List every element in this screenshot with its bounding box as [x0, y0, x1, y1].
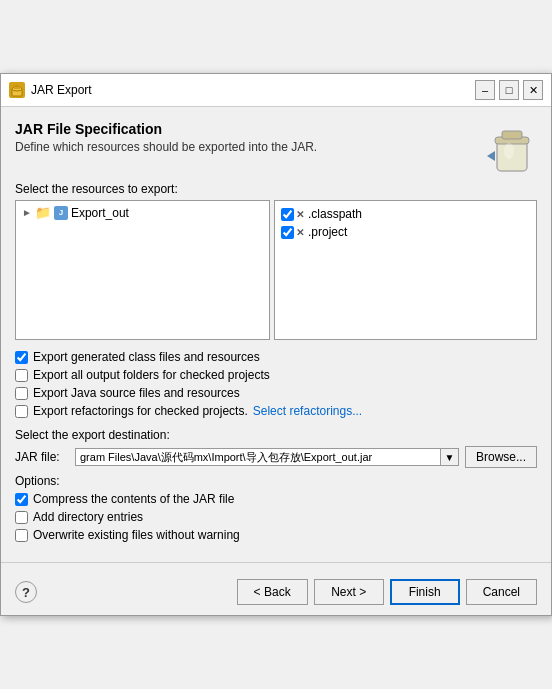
- svg-rect-2: [14, 87, 20, 89]
- svg-rect-6: [502, 131, 522, 139]
- destination-section: Select the export destination: JAR file:…: [15, 428, 537, 468]
- maximize-button[interactable]: □: [499, 80, 519, 100]
- file-item-classpath: ✕ .classpath: [281, 205, 530, 223]
- jar-icon: [487, 121, 537, 176]
- footer-left: ?: [15, 581, 37, 603]
- option-item-1: Compress the contents of the JAR file: [15, 490, 537, 508]
- project-x-icon: ✕: [296, 227, 304, 238]
- cancel-button[interactable]: Cancel: [466, 579, 537, 605]
- cb-output-folders[interactable]: [15, 369, 28, 382]
- resources-label: Select the resources to export:: [15, 182, 537, 196]
- opt-compress[interactable]: [15, 493, 28, 506]
- opt-directory[interactable]: [15, 511, 28, 524]
- project-icon: J: [54, 206, 68, 220]
- select-refactorings-link[interactable]: Select refactorings...: [253, 404, 362, 418]
- svg-point-7: [504, 143, 514, 159]
- next-button[interactable]: Next >: [314, 579, 384, 605]
- jar-export-window: JAR Export – □ ✕ JAR File Specification …: [0, 73, 552, 616]
- minimize-button[interactable]: –: [475, 80, 495, 100]
- cb-generated-class[interactable]: [15, 351, 28, 364]
- folder-icon: 📁: [35, 205, 51, 220]
- jar-file-dropdown-btn[interactable]: ▼: [440, 449, 458, 465]
- file-item-project: ✕ .project: [281, 223, 530, 241]
- options-section: Options: Compress the contents of the JA…: [15, 474, 537, 544]
- window-icon: [9, 82, 25, 98]
- browse-button[interactable]: Browse...: [465, 446, 537, 468]
- page-subtitle: Define which resources should be exporte…: [15, 140, 317, 154]
- opt-overwrite[interactable]: [15, 529, 28, 542]
- finish-button[interactable]: Finish: [390, 579, 460, 605]
- option-item-3: Overwrite existing files without warning: [15, 526, 537, 544]
- help-button[interactable]: ?: [15, 581, 37, 603]
- footer: ? < Back Next > Finish Cancel: [1, 571, 551, 615]
- window-title: JAR Export: [31, 83, 92, 97]
- cb-output-folders-label: Export all output folders for checked pr…: [33, 368, 270, 382]
- tree-item-label: Export_out: [71, 206, 129, 220]
- files-panel: ✕ .classpath ✕ .project: [274, 200, 537, 340]
- destination-label: Select the export destination:: [15, 428, 537, 442]
- back-button[interactable]: < Back: [237, 579, 308, 605]
- tree-panel-container: ► 📁 J Export_out ✕ .classpath ✕ .project: [15, 200, 537, 340]
- options-label: Options:: [15, 474, 537, 488]
- option-item-2: Add directory entries: [15, 508, 537, 526]
- cb-refactorings-label: Export refactorings for checked projects…: [33, 404, 248, 418]
- classpath-x-icon: ✕: [296, 209, 304, 220]
- close-button[interactable]: ✕: [523, 80, 543, 100]
- header-section: JAR File Specification Define which reso…: [15, 121, 537, 176]
- jar-file-label: JAR file:: [15, 450, 69, 464]
- checkbox-item-3: Export Java source files and resources: [15, 384, 537, 402]
- svg-marker-8: [487, 151, 495, 161]
- expand-arrow: ►: [22, 207, 32, 218]
- page-title: JAR File Specification: [15, 121, 317, 137]
- main-content: JAR File Specification Define which reso…: [1, 107, 551, 552]
- jar-file-combo: ▼: [75, 448, 459, 466]
- tree-item-export-out[interactable]: ► 📁 J Export_out: [18, 203, 267, 222]
- tree-panel[interactable]: ► 📁 J Export_out: [15, 200, 270, 340]
- export-options-checkboxes: Export generated class files and resourc…: [15, 348, 537, 420]
- cb-java-source-label: Export Java source files and resources: [33, 386, 240, 400]
- cb-generated-class-label: Export generated class files and resourc…: [33, 350, 260, 364]
- opt-directory-label: Add directory entries: [33, 510, 143, 524]
- cb-java-source[interactable]: [15, 387, 28, 400]
- footer-divider: [1, 562, 551, 563]
- jar-file-row: JAR file: ▼ Browse...: [15, 446, 537, 468]
- checkbox-item-4: Export refactorings for checked projects…: [15, 402, 537, 420]
- opt-compress-label: Compress the contents of the JAR file: [33, 492, 234, 506]
- classpath-label: .classpath: [308, 207, 362, 221]
- title-bar-controls: – □ ✕: [475, 80, 543, 100]
- cb-refactorings[interactable]: [15, 405, 28, 418]
- project-label: .project: [308, 225, 347, 239]
- checkbox-item-1: Export generated class files and resourc…: [15, 348, 537, 366]
- footer-right: < Back Next > Finish Cancel: [237, 579, 537, 605]
- opt-overwrite-label: Overwrite existing files without warning: [33, 528, 240, 542]
- title-bar: JAR Export – □ ✕: [1, 74, 551, 107]
- project-checkbox[interactable]: [281, 226, 294, 239]
- title-bar-left: JAR Export: [9, 82, 92, 98]
- classpath-checkbox[interactable]: [281, 208, 294, 221]
- jar-file-input[interactable]: [76, 449, 440, 465]
- header-text: JAR File Specification Define which reso…: [15, 121, 317, 154]
- checkbox-item-2: Export all output folders for checked pr…: [15, 366, 537, 384]
- svg-rect-3: [15, 85, 19, 87]
